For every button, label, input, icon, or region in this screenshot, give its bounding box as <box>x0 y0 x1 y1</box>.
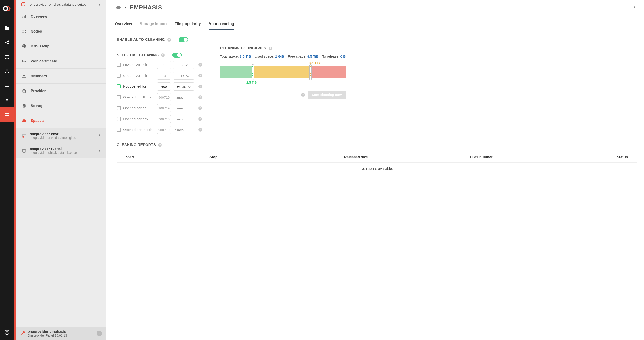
help-icon[interactable] <box>198 128 202 132</box>
sidebar-header: oneprovider-emphasis.datahub.egi.eu <box>16 0 106 9</box>
rail-item-database[interactable] <box>0 50 14 64</box>
page-menu[interactable] <box>631 6 637 9</box>
database-icon <box>21 148 28 153</box>
nav-label: DNS setup <box>31 44 50 48</box>
help-icon[interactable] <box>198 95 202 99</box>
provider-item-envri[interactable]: × oneprovider-envri oneprovider-envri.da… <box>16 128 106 143</box>
svg-point-26 <box>25 61 26 62</box>
nav-item-spaces[interactable]: Spaces <box>16 113 106 128</box>
nav-item-dns[interactable]: DNS setup <box>16 39 106 54</box>
help-icon[interactable] <box>198 63 202 67</box>
rule-checkbox[interactable] <box>117 63 121 67</box>
help-icon[interactable] <box>158 143 162 147</box>
help-icon[interactable] <box>198 74 202 77</box>
rail-item-topology[interactable] <box>0 64 14 79</box>
rule-unit-select[interactable]: B <box>173 61 194 69</box>
help-icon[interactable] <box>198 106 202 110</box>
rule-checkbox[interactable] <box>117 84 121 88</box>
rule-value-input[interactable] <box>157 72 171 80</box>
provider-name: oneprovider-tubitak <box>30 147 78 151</box>
rule-value-input[interactable] <box>157 93 171 101</box>
page-title: EMPHASIS <box>130 4 162 11</box>
selective-cleaning-toggle[interactable] <box>172 53 182 58</box>
rule-checkbox[interactable] <box>117 95 121 99</box>
svg-rect-25 <box>22 60 25 62</box>
nav-item-members[interactable]: Members <box>16 69 106 84</box>
nav-item-overview[interactable]: Overview <box>16 9 106 24</box>
tab-file-popularity[interactable]: File popularity <box>175 22 201 30</box>
tabs: Overview Storage import File popularity … <box>115 18 637 31</box>
rail-item-server[interactable] <box>0 79 14 93</box>
rail-item-storage[interactable] <box>0 107 14 122</box>
chart-icon <box>21 14 28 19</box>
start-cleaning-button[interactable]: Start cleaning now <box>308 91 346 99</box>
help-icon[interactable] <box>301 93 305 97</box>
rail-item-share[interactable] <box>0 35 14 50</box>
rule-value-input[interactable] <box>157 126 171 134</box>
rule-unit-select[interactable]: TiB <box>173 72 194 80</box>
rule-value-input[interactable] <box>157 104 171 112</box>
rail-item-data[interactable] <box>0 21 14 35</box>
cloud-icon <box>21 118 28 123</box>
svg-rect-18 <box>24 16 24 18</box>
certificate-icon <box>21 59 28 63</box>
rule-checkbox[interactable] <box>117 128 121 132</box>
rule-value-input[interactable] <box>157 115 171 123</box>
svg-point-22 <box>22 32 24 33</box>
provider-menu[interactable] <box>96 149 102 152</box>
disk-icon <box>21 104 28 108</box>
rail-item-account[interactable] <box>0 327 14 337</box>
rule-checkbox[interactable] <box>117 74 121 78</box>
rule-unit-select[interactable]: Hours <box>173 82 194 91</box>
high-threshold-handle[interactable] <box>309 64 312 80</box>
selective-cleaning-section: SELECTIVE CLEANING Lower size limit B <box>117 53 202 134</box>
svg-text:×: × <box>22 135 24 138</box>
col-files: Files number <box>419 155 544 159</box>
svg-point-27 <box>23 75 24 76</box>
provider-menu[interactable] <box>96 134 102 137</box>
nav-item-nodes[interactable]: Nodes <box>16 24 106 39</box>
tab-storage-import[interactable]: Storage import <box>140 22 167 30</box>
rule-value-input[interactable] <box>157 61 171 69</box>
nav-item-storages[interactable]: Storages <box>16 98 106 113</box>
low-threshold-handle[interactable] <box>252 64 254 80</box>
rule-value-input[interactable] <box>157 82 171 91</box>
provider-name: oneprovider-envri <box>30 132 76 136</box>
rail-item-settings[interactable] <box>0 93 14 107</box>
sidebar-header-menu[interactable] <box>96 3 102 6</box>
rule-checkbox[interactable] <box>117 117 121 121</box>
help-icon[interactable] <box>268 47 272 50</box>
provider-item-tubitak[interactable]: oneprovider-tubitak oneprovider-tubitak.… <box>16 143 106 158</box>
svg-point-23 <box>25 32 26 33</box>
col-released: Released size <box>293 155 419 159</box>
svg-point-16 <box>22 2 25 4</box>
svg-rect-30 <box>23 104 26 107</box>
col-status: Status <box>544 155 628 159</box>
help-icon[interactable] <box>161 53 164 57</box>
help-icon[interactable] <box>198 117 202 121</box>
members-icon <box>21 74 28 78</box>
tab-auto-cleaning[interactable]: Auto-cleaning <box>208 22 234 30</box>
rule-upper-size: Upper size limit TiB <box>117 72 202 80</box>
svg-point-29 <box>22 89 26 90</box>
svg-point-31 <box>24 105 25 106</box>
tab-overview[interactable]: Overview <box>115 22 132 30</box>
back-button[interactable]: ‹ <box>125 5 126 11</box>
rule-opened-per-day: Opened per day times <box>117 115 202 123</box>
help-icon[interactable] <box>198 85 202 88</box>
rule-lower-size: Lower size limit B <box>117 61 202 69</box>
wrench-icon <box>21 331 25 336</box>
info-icon[interactable]: i <box>96 331 102 336</box>
svg-point-15 <box>6 331 8 332</box>
nav-item-provider[interactable]: Provider <box>16 84 106 98</box>
rule-checkbox[interactable] <box>117 106 121 110</box>
cloud-icon <box>115 5 122 11</box>
enable-auto-cleaning-toggle[interactable] <box>178 37 188 42</box>
svg-point-32 <box>22 134 26 135</box>
help-icon[interactable] <box>167 38 171 42</box>
footer-version: Oneprovider Panel 20.02.13 <box>28 334 67 337</box>
nav-label: Nodes <box>31 29 42 33</box>
nav-item-webcert[interactable]: Web certificate <box>16 54 106 69</box>
main-header: ‹ EMPHASIS <box>115 4 637 16</box>
enable-auto-cleaning-label: ENABLE AUTO-CLEANING <box>117 37 637 42</box>
